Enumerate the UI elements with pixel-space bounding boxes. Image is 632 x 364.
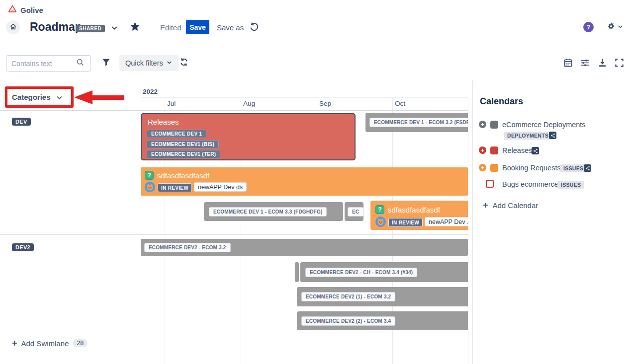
add-event-plus-icon[interactable]: + bbox=[479, 121, 486, 128]
home-button[interactable] bbox=[6, 20, 20, 34]
calendar-type-badge: ISSUES bbox=[557, 181, 584, 189]
calendar-type-badge: ISSUES bbox=[560, 164, 587, 172]
annotation-arrow-head bbox=[74, 90, 92, 104]
deployment-bar-dev2-1-ecom32[interactable]: ECOMMERCE DEV2 (1) - ECOM 3.2 bbox=[297, 287, 468, 306]
add-swimlane-label: Add Swimlane bbox=[21, 339, 69, 348]
shared-calendar-icon[interactable] bbox=[532, 147, 539, 154]
download-icon[interactable] bbox=[598, 58, 607, 70]
swimlane-label-dev[interactable]: DEV bbox=[12, 117, 31, 126]
calendar-color-swatch[interactable] bbox=[490, 164, 498, 172]
search-input[interactable] bbox=[11, 60, 76, 68]
undo-icon[interactable] bbox=[249, 22, 259, 34]
grid-line bbox=[468, 98, 468, 364]
app-badge: newAPP Dev ..., n bbox=[425, 217, 468, 226]
deployment-bar-label: ECOMMERCE DEV 1 - ECOM 3.2 (FSDFSDFS bbox=[369, 118, 468, 127]
deployment-bar-ecom33[interactable]: ECOMMERCE DEV 1 - ECOM 3.3 (FDGHDFG) bbox=[204, 202, 343, 221]
fullscreen-icon[interactable] bbox=[615, 58, 624, 70]
month-label-oct: Oct bbox=[395, 100, 405, 107]
calendar-type-badge: DEPLOYMENTS bbox=[504, 132, 552, 140]
swimlane-label-dev2[interactable]: DEV2 bbox=[12, 242, 34, 251]
save-as-button[interactable]: Save as bbox=[217, 23, 244, 32]
annotation-highlight-box bbox=[5, 86, 74, 108]
brand[interactable]: Golive bbox=[8, 4, 43, 15]
assignee-avatar bbox=[145, 182, 155, 194]
assignee-avatar bbox=[375, 217, 386, 229]
releases-event-block[interactable]: Releases ECOMMERCE DEV 1 ECOMMERCE DEV1 … bbox=[141, 113, 356, 160]
calendar-item-releases[interactable]: Releases bbox=[502, 146, 532, 154]
lane-divider bbox=[0, 333, 468, 333]
deployment-bar-label: ECOMMERCE DEV 1 - ECOM 3.3 (FDGHDFG) bbox=[209, 207, 327, 217]
month-label-jul: Jul bbox=[167, 100, 176, 107]
golive-roadmap-app: Golive Roadmap SHARED Edited Save Save a… bbox=[0, 0, 632, 364]
lane-divider bbox=[0, 234, 468, 235]
release-version-badge[interactable]: ECOMMERCE DEV 1 bbox=[147, 130, 206, 138]
settings-chevron-down-icon bbox=[617, 23, 624, 32]
deployment-bar-label: ECOMMERCE DEV2 (2) - ECOM 3.4 bbox=[301, 316, 395, 326]
calendar-item-ecommerce-deployments[interactable]: eCommerce Deployments bbox=[502, 121, 586, 129]
favorite-star-icon[interactable] bbox=[129, 21, 141, 34]
calendar-color-swatch[interactable] bbox=[490, 121, 498, 129]
quick-filters-chevron-down-icon bbox=[166, 59, 173, 67]
brand-name: Golive bbox=[20, 6, 43, 14]
deployment-bar-dev2-ecom32[interactable]: ECOMMERCE DEV2 - ECOM 3.2 bbox=[141, 239, 468, 256]
calendar-view-icon[interactable] bbox=[563, 58, 573, 70]
add-event-plus-icon[interactable]: + bbox=[479, 146, 486, 154]
annotation-arrow bbox=[91, 95, 124, 100]
app-badge: newAPP Dev ds bbox=[194, 182, 247, 192]
edited-status: Edited bbox=[160, 23, 181, 32]
calendar-item-booking-requests[interactable]: Booking Requests bbox=[502, 164, 561, 172]
filter-funnel-icon[interactable] bbox=[101, 58, 111, 69]
home-icon bbox=[9, 23, 17, 32]
add-calendar-button[interactable]: + Add Calendar bbox=[483, 201, 538, 210]
calendars-heading: Calendars bbox=[480, 96, 523, 107]
deployment-bar-label: ECOMMERCE DEV2 (1) - ECOM 3.2 bbox=[301, 292, 395, 301]
booking-request-bar-2[interactable]: ? sdfasdfasdfasdf IN REVIEW newAPP Dev .… bbox=[370, 201, 468, 230]
gear-icon bbox=[607, 22, 616, 33]
refresh-icon[interactable] bbox=[180, 58, 188, 69]
title-chevron-down-icon[interactable] bbox=[110, 24, 118, 34]
releases-title: Releases bbox=[148, 118, 179, 126]
deployment-bar-segment[interactable] bbox=[295, 262, 299, 282]
save-button[interactable]: Save bbox=[186, 20, 209, 34]
booking-request-title: sdfasdfasdfasdf bbox=[388, 206, 440, 214]
booking-request-bar-1[interactable]: ? sdfasdfasdfasdf IN REVIEW newAPP Dev d… bbox=[141, 167, 468, 196]
search-icon bbox=[76, 58, 85, 69]
deployment-bar-label: ECOMMERCE DEV2 - ECOM 3.2 bbox=[144, 243, 231, 252]
status-badge: IN REVIEW bbox=[388, 218, 423, 227]
deployment-bar-ecom32[interactable]: ECOMMERCE DEV 1 - ECOM 3.2 (FSDFSDFS bbox=[365, 113, 468, 132]
question-type-icon: ? bbox=[145, 171, 154, 180]
shared-calendar-icon[interactable] bbox=[584, 164, 591, 172]
quick-filters-label: Quick filters bbox=[125, 59, 163, 67]
calendar-color-swatch[interactable] bbox=[490, 146, 498, 154]
settings-menu-button[interactable] bbox=[607, 22, 624, 33]
calendar-item-bugs-ecommerce[interactable]: Bugs ecommerce bbox=[502, 180, 558, 188]
add-event-plus-icon[interactable]: + bbox=[479, 164, 486, 171]
deployment-bar-dev2-2-ecom34[interactable]: ECOMMERCE DEV2 (2) - ECOM 3.4 bbox=[297, 311, 468, 330]
display-settings-sliders-icon[interactable] bbox=[580, 58, 590, 70]
deployment-bar-label: EC bbox=[348, 207, 363, 217]
month-label-sep: Sep bbox=[319, 100, 331, 107]
help-button[interactable]: ? bbox=[583, 22, 594, 32]
timeline-year-label: 2022 bbox=[143, 88, 158, 95]
grid-line bbox=[0, 110, 468, 111]
release-version-badge[interactable]: ECOMMERCE DEV1 (TER) bbox=[147, 150, 220, 158]
calendar-checkbox[interactable] bbox=[486, 180, 494, 188]
page-title: Roadmap bbox=[30, 20, 82, 34]
deployment-bar-label: ECOMMERCE DEV2 - CH - ECOM 3.4 (#34) bbox=[305, 268, 417, 277]
booking-request-title: sdfasdfasdfasdf bbox=[157, 171, 209, 180]
plus-icon: + bbox=[12, 339, 17, 348]
question-mark-icon: ? bbox=[587, 23, 591, 31]
add-calendar-label: Add Calendar bbox=[493, 201, 539, 210]
search-box[interactable] bbox=[6, 55, 91, 72]
release-version-badge[interactable]: ECOMMERCE DEV1 (BIS) bbox=[147, 140, 219, 148]
deployment-bar-truncated[interactable]: EC bbox=[345, 202, 363, 221]
add-swimlane-button[interactable]: + Add Swimlane 28 bbox=[12, 339, 88, 348]
shared-calendar-icon[interactable] bbox=[549, 132, 556, 139]
deployment-bar-dev2-ch-ecom34[interactable]: ECOMMERCE DEV2 - CH - ECOM 3.4 (#34) bbox=[300, 262, 468, 282]
quick-filters-button[interactable]: Quick filters bbox=[119, 55, 179, 71]
month-label-aug: Aug bbox=[243, 100, 255, 107]
shared-badge: SHARED bbox=[76, 25, 105, 32]
grid-line bbox=[141, 97, 468, 98]
swimlane-count-badge: 28 bbox=[73, 339, 88, 347]
status-badge: IN REVIEW bbox=[158, 183, 192, 192]
